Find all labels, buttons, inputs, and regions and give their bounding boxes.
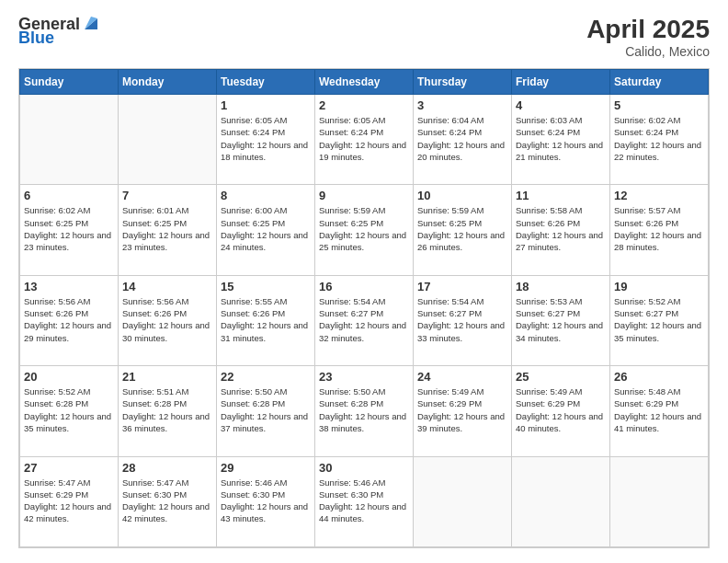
day-number: 20 [24,370,114,384]
calendar-week-row: 13Sunrise: 5:56 AM Sunset: 6:26 PM Dayli… [20,275,709,365]
day-info: Sunrise: 5:52 AM Sunset: 6:28 PM Dayligh… [24,385,114,434]
day-number: 1 [221,98,311,112]
page: General Blue April 2025 Calido, Mexico S… [0,0,728,563]
day-number: 28 [122,461,212,475]
calendar-cell: 12Sunrise: 5:57 AM Sunset: 6:26 PM Dayli… [610,185,709,275]
day-number: 8 [221,189,311,202]
day-info: Sunrise: 5:56 AM Sunset: 6:26 PM Dayligh… [122,295,212,344]
day-info: Sunrise: 6:02 AM Sunset: 6:25 PM Dayligh… [24,204,114,253]
day-number: 11 [516,189,606,202]
day-info: Sunrise: 5:50 AM Sunset: 6:28 PM Dayligh… [319,385,409,434]
day-info: Sunrise: 6:02 AM Sunset: 6:24 PM Dayligh… [614,114,704,163]
calendar-cell: 1Sunrise: 6:05 AM Sunset: 6:24 PM Daylig… [217,95,315,185]
calendar-cell: 22Sunrise: 5:50 AM Sunset: 6:28 PM Dayli… [217,366,315,456]
day-of-week-header: Thursday [414,70,512,95]
day-info: Sunrise: 5:59 AM Sunset: 6:25 PM Dayligh… [417,204,507,253]
calendar-week-row: 6Sunrise: 6:02 AM Sunset: 6:25 PM Daylig… [20,185,709,275]
day-number: 23 [319,370,409,384]
calendar-cell: 13Sunrise: 5:56 AM Sunset: 6:26 PM Dayli… [20,275,119,365]
calendar-cell [414,456,512,546]
day-number: 27 [24,461,114,475]
day-number: 13 [24,280,114,293]
day-of-week-header: Monday [119,70,217,95]
day-number: 16 [319,280,409,293]
calendar-cell: 23Sunrise: 5:50 AM Sunset: 6:28 PM Dayli… [315,366,414,456]
logo-blue: Blue [18,29,54,48]
day-number: 19 [614,280,704,293]
day-number: 6 [24,189,114,202]
calendar-cell: 27Sunrise: 5:47 AM Sunset: 6:29 PM Dayli… [20,456,119,546]
day-info: Sunrise: 5:59 AM Sunset: 6:25 PM Dayligh… [319,204,409,253]
day-info: Sunrise: 6:05 AM Sunset: 6:24 PM Dayligh… [221,114,311,163]
day-number: 22 [221,370,311,384]
subtitle: Calido, Mexico [586,44,710,59]
day-info: Sunrise: 6:00 AM Sunset: 6:25 PM Dayligh… [221,204,311,253]
logo-icon [81,13,101,33]
calendar-cell [610,456,709,546]
day-number: 7 [122,189,212,202]
day-number: 3 [417,98,507,112]
calendar-cell: 19Sunrise: 5:52 AM Sunset: 6:27 PM Dayli… [610,275,709,365]
day-number: 9 [319,189,409,202]
day-info: Sunrise: 5:47 AM Sunset: 6:29 PM Dayligh… [24,477,114,525]
day-info: Sunrise: 6:01 AM Sunset: 6:25 PM Dayligh… [122,204,212,253]
day-of-week-header: Saturday [610,70,709,95]
day-of-week-header: Sunday [20,70,119,95]
day-of-week-header: Friday [512,70,610,95]
calendar-cell: 2Sunrise: 6:05 AM Sunset: 6:24 PM Daylig… [315,95,414,185]
calendar-cell: 24Sunrise: 5:49 AM Sunset: 6:29 PM Dayli… [414,366,512,456]
calendar-cell [20,95,119,185]
day-number: 15 [221,280,311,293]
day-info: Sunrise: 6:03 AM Sunset: 6:24 PM Dayligh… [516,114,606,163]
day-number: 2 [319,98,409,112]
calendar-cell: 21Sunrise: 5:51 AM Sunset: 6:28 PM Dayli… [119,366,217,456]
calendar-week-row: 27Sunrise: 5:47 AM Sunset: 6:29 PM Dayli… [20,456,709,546]
day-number: 18 [516,280,606,293]
day-info: Sunrise: 5:49 AM Sunset: 6:29 PM Dayligh… [417,385,507,434]
day-info: Sunrise: 5:50 AM Sunset: 6:28 PM Dayligh… [221,385,311,434]
calendar-cell: 30Sunrise: 5:46 AM Sunset: 6:30 PM Dayli… [315,456,414,546]
main-title: April 2025 [586,15,710,44]
day-number: 29 [221,461,311,475]
day-info: Sunrise: 5:53 AM Sunset: 6:27 PM Dayligh… [516,295,606,344]
calendar-cell: 18Sunrise: 5:53 AM Sunset: 6:27 PM Dayli… [512,275,610,365]
day-info: Sunrise: 5:56 AM Sunset: 6:26 PM Dayligh… [24,295,114,344]
calendar-cell: 17Sunrise: 5:54 AM Sunset: 6:27 PM Dayli… [414,275,512,365]
calendar-week-row: 20Sunrise: 5:52 AM Sunset: 6:28 PM Dayli… [20,366,709,456]
day-info: Sunrise: 5:48 AM Sunset: 6:29 PM Dayligh… [614,385,704,434]
day-info: Sunrise: 5:54 AM Sunset: 6:27 PM Dayligh… [319,295,409,344]
day-info: Sunrise: 6:04 AM Sunset: 6:24 PM Dayligh… [417,114,507,163]
calendar-cell: 11Sunrise: 5:58 AM Sunset: 6:26 PM Dayli… [512,185,610,275]
day-number: 26 [614,370,704,384]
calendar-cell: 25Sunrise: 5:49 AM Sunset: 6:29 PM Dayli… [512,366,610,456]
day-info: Sunrise: 5:51 AM Sunset: 6:28 PM Dayligh… [122,385,212,434]
day-info: Sunrise: 5:46 AM Sunset: 6:30 PM Dayligh… [319,477,409,525]
day-number: 14 [122,280,212,293]
calendar-cell: 7Sunrise: 6:01 AM Sunset: 6:25 PM Daylig… [119,185,217,275]
calendar-cell: 4Sunrise: 6:03 AM Sunset: 6:24 PM Daylig… [512,95,610,185]
day-info: Sunrise: 5:57 AM Sunset: 6:26 PM Dayligh… [614,204,704,253]
calendar-cell: 9Sunrise: 5:59 AM Sunset: 6:25 PM Daylig… [315,185,414,275]
calendar-cell: 26Sunrise: 5:48 AM Sunset: 6:29 PM Dayli… [610,366,709,456]
calendar-week-row: 1Sunrise: 6:05 AM Sunset: 6:24 PM Daylig… [20,95,709,185]
day-info: Sunrise: 5:47 AM Sunset: 6:30 PM Dayligh… [122,477,212,525]
calendar-cell: 8Sunrise: 6:00 AM Sunset: 6:25 PM Daylig… [217,185,315,275]
calendar-cell: 5Sunrise: 6:02 AM Sunset: 6:24 PM Daylig… [610,95,709,185]
day-info: Sunrise: 6:05 AM Sunset: 6:24 PM Dayligh… [319,114,409,163]
day-of-week-header: Wednesday [315,70,414,95]
day-number: 10 [417,189,507,202]
day-info: Sunrise: 5:58 AM Sunset: 6:26 PM Dayligh… [516,204,606,253]
day-number: 17 [417,280,507,293]
day-info: Sunrise: 5:52 AM Sunset: 6:27 PM Dayligh… [614,295,704,344]
day-info: Sunrise: 5:55 AM Sunset: 6:26 PM Dayligh… [221,295,311,344]
calendar-header: SundayMondayTuesdayWednesdayThursdayFrid… [20,70,709,95]
title-area: April 2025 Calido, Mexico [586,15,710,59]
calendar-body: 1Sunrise: 6:05 AM Sunset: 6:24 PM Daylig… [20,95,709,547]
calendar-cell: 29Sunrise: 5:46 AM Sunset: 6:30 PM Dayli… [217,456,315,546]
calendar-cell: 15Sunrise: 5:55 AM Sunset: 6:26 PM Dayli… [217,275,315,365]
day-number: 21 [122,370,212,384]
calendar-cell: 14Sunrise: 5:56 AM Sunset: 6:26 PM Dayli… [119,275,217,365]
calendar-cell: 28Sunrise: 5:47 AM Sunset: 6:30 PM Dayli… [119,456,217,546]
day-number: 25 [516,370,606,384]
calendar-table: SundayMondayTuesdayWednesdayThursdayFrid… [19,69,709,547]
